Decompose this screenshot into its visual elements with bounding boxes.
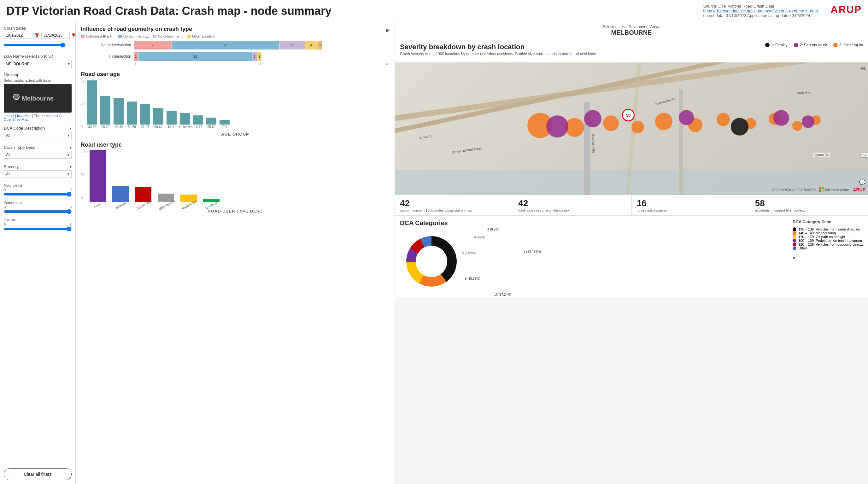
ms-azure-logo: Microsoft Azure — [819, 187, 849, 192]
lga-select[interactable]: MELBOURNE ▾ — [4, 60, 71, 68]
charts-area: Influence of road geometry on crash type… — [76, 22, 395, 484]
clear-filters-button[interactable]: Clear all filters — [4, 468, 71, 480]
cyclists-label: Cyclists — [4, 218, 16, 222]
rut-xlabel: ROAD USER TYPE DESC — [81, 209, 390, 214]
age-bar-label: 22-25 — [140, 125, 151, 129]
dca-legend-item: 140 – 149: Manoeuvring — [793, 231, 863, 235]
cyclists-slider[interactable] — [4, 226, 71, 231]
age-bar — [140, 104, 150, 125]
map-area[interactable]: Kensington Rd Dynon Rd Dynon Rd Tidal Ca… — [395, 62, 868, 195]
cyclists-min: 0 — [4, 223, 6, 226]
stats-row: 42out of maximum 1000 nodes visualised o… — [395, 195, 868, 215]
dca-donut-svg — [400, 230, 463, 293]
crash-type-select-icon: ▾ — [67, 153, 69, 157]
speed-value: 50 — [626, 113, 630, 118]
bubble-13 — [584, 110, 601, 127]
pedestrians-max: 9 — [70, 205, 71, 209]
severity-dot — [794, 43, 798, 47]
legend-item: Other accident — [187, 34, 215, 38]
age-bar-label: 50-59 — [126, 125, 137, 129]
age-bar-label: 40-49 — [113, 125, 124, 129]
svg-rect-1 — [822, 187, 824, 190]
age-bar-label: 70+ — [219, 125, 230, 129]
road-user-type-chart: Road user type 100 50 0 DriversBicyclist… — [81, 141, 390, 214]
bubble-17 — [731, 118, 748, 136]
leaflet-link[interactable]: Leaflet — [4, 114, 14, 118]
age-bar-col: 26-29 — [100, 96, 111, 129]
age-bar-col: 30-39 — [86, 80, 98, 129]
age-bar — [100, 96, 111, 125]
date-start-input[interactable] — [4, 32, 32, 39]
svg-rect-3 — [822, 190, 824, 192]
mapbox-link[interactable]: Mapbox — [46, 114, 58, 118]
dca-legend-expand[interactable]: ▾ — [793, 254, 863, 261]
lga-label: LGA Name (select up to 5.) — [4, 54, 71, 59]
dca-title: DCA Categories — [400, 220, 786, 227]
rut-bar-col: Passengers — [134, 150, 153, 207]
road-geometry-bars: Not at intersection7201141T intersection… — [81, 41, 390, 61]
minimap[interactable]: Melbourne — [4, 84, 71, 112]
legend-label: Collision with a fi... — [86, 34, 115, 38]
pedestrians-slider[interactable] — [4, 209, 71, 214]
dca-filter-select[interactable]: All ▾ — [4, 132, 71, 139]
dca-expand-icon: ▾ — [70, 126, 71, 131]
age-bar — [193, 116, 203, 125]
bubble-16 — [802, 116, 814, 128]
dca-legend-text: Other — [798, 246, 807, 250]
severity-legend: 1: Fatality2: Serious injury3: Other inj… — [765, 43, 863, 47]
legend-color — [118, 35, 122, 38]
bubble-4 — [631, 121, 644, 133]
stat-cell: 16nodes not displayed — [632, 195, 750, 215]
legend-item: Collision with a fi... — [81, 34, 115, 38]
severity-select[interactable]: All ▾ — [4, 170, 71, 178]
age-bar-label: 16-17 — [192, 125, 204, 129]
bubble-7 — [717, 113, 730, 126]
date-end-input[interactable] — [41, 32, 70, 39]
motorcyclist-max: 9 — [70, 188, 71, 192]
stat-cell: 42out of maximum 1000 nodes visualised o… — [395, 195, 513, 215]
dca-legend: DCA Category Desc 130 – 139: Vehicles fr… — [793, 220, 863, 293]
severity-legend-item: 2: Serious injury — [794, 43, 827, 47]
sep2: | Tiles © — [32, 114, 46, 118]
age-bar-label: 18-21 — [166, 125, 177, 129]
minimap-city: Melbourne — [22, 95, 54, 102]
svg-rect-2 — [819, 190, 821, 192]
map-chat-icon[interactable]: 💬 — [859, 180, 866, 185]
bubble-3 — [603, 116, 619, 131]
dca-legend-item: 130 – 139: Vehicles from same direction — [793, 227, 863, 231]
bar-segment: 1 — [257, 52, 261, 61]
age-bar-col: 65-69 — [206, 118, 217, 129]
map-crosshair-icon[interactable]: ⊕ — [861, 65, 866, 72]
road-geometry-legend: Collision with a fi...Collision with v..… — [81, 34, 390, 38]
date-range-slider[interactable] — [4, 42, 71, 47]
bar-label: Not at intersection — [81, 43, 131, 47]
minimap-section: Minimap Select spatial extent with lasso… — [4, 72, 71, 121]
calendar-start-icon[interactable]: 📅 — [34, 33, 39, 38]
rut-bar-col: Pedestrians — [179, 150, 198, 207]
legend-color — [153, 35, 156, 38]
crash-type-select[interactable]: All ▾ — [4, 151, 71, 159]
dca-legend-text: 120 – 129: Vehicles from opposing direc.… — [798, 243, 863, 246]
legend-color — [81, 35, 85, 38]
source-link[interactable]: https://discover.data.vic.gov.au/dataset… — [703, 8, 818, 13]
severity-legend-item: 1: Fatality — [765, 43, 787, 47]
bar-segments: 12111 — [134, 52, 261, 61]
dca-legend-dot — [793, 231, 797, 235]
road-geometry-expand[interactable]: ▶ — [386, 27, 390, 33]
stat-number: 16 — [637, 198, 745, 208]
calendar-end-icon[interactable]: 📅 — [71, 33, 76, 38]
cyclists-max: 8 — [70, 223, 71, 226]
bar-label: T intersection — [81, 54, 131, 59]
bar-segment: 4 — [305, 41, 318, 50]
motorcyclist-slider[interactable] — [4, 192, 71, 197]
lga-section: LGA Name (select up to 5.) MELBOURNE ▾ — [4, 54, 71, 68]
age-bar-label: Unknown — [179, 125, 190, 129]
severity-label: 3: Other injury — [839, 43, 863, 47]
osm-link[interactable]: OpenStreetMap — [4, 118, 28, 121]
age-bar-label: 26-29 — [100, 125, 111, 129]
icon-map-link[interactable]: Icon Map — [17, 114, 31, 118]
severity-legend-item: 3: Other injury — [833, 43, 863, 47]
dca-legend-dot — [793, 239, 797, 243]
rut-bar-col: Drivers — [88, 150, 107, 207]
map-copyright: ©2024 OSM ©2024 TomTom Microsoft Azure — [772, 187, 849, 192]
